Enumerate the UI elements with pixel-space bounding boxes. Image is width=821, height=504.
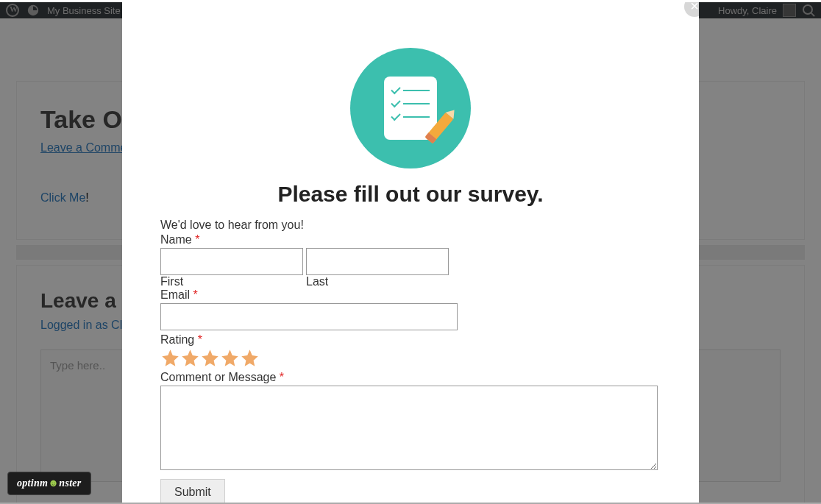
close-icon: × (690, 2, 699, 14)
star-3[interactable] (200, 348, 220, 368)
star-4[interactable] (220, 348, 240, 368)
close-button[interactable]: × (684, 2, 699, 17)
rating-stars (160, 348, 661, 368)
last-name-input[interactable] (306, 248, 449, 275)
star-2[interactable] (180, 348, 200, 368)
email-label: Email * (160, 288, 661, 302)
survey-modal: × Please fill out our survey. We'd love … (122, 2, 699, 504)
first-sublabel: First (160, 275, 303, 288)
form-intro: We'd love to hear from you! (160, 219, 661, 232)
survey-icon-wrap (122, 48, 699, 168)
star-1[interactable] (160, 348, 180, 368)
email-input[interactable] (160, 303, 458, 330)
first-name-input[interactable] (160, 248, 303, 275)
rating-label: Rating * (160, 333, 661, 347)
survey-form: We'd love to hear from you! Name * First… (122, 219, 699, 504)
star-5[interactable] (240, 348, 260, 368)
message-textarea[interactable] (160, 386, 658, 470)
name-label: Name * (160, 233, 661, 246)
modal-heading: Please fill out our survey. (122, 182, 699, 207)
last-sublabel: Last (306, 275, 328, 288)
message-label: Comment or Message * (160, 371, 661, 384)
optinmonster-badge[interactable]: optinm☻nster (7, 472, 91, 495)
survey-clipboard-icon (350, 48, 471, 168)
submit-button[interactable]: Submit (160, 479, 225, 504)
